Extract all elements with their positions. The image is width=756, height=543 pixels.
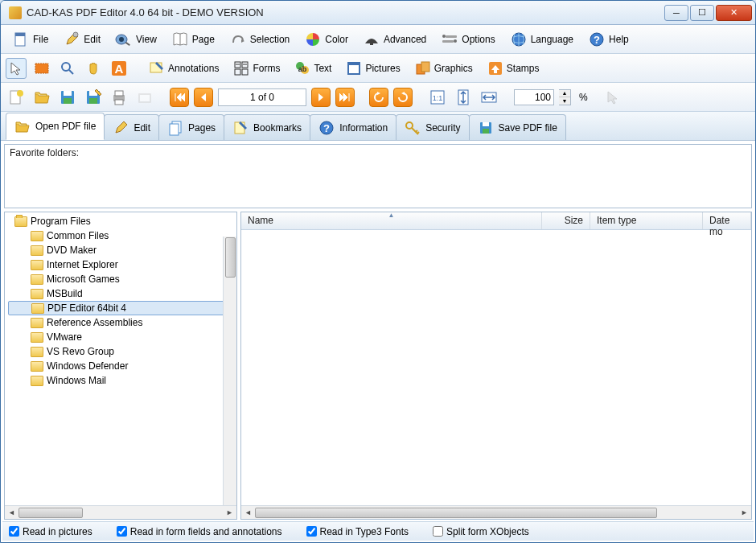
annotations-tool[interactable]: Annotations <box>144 59 224 78</box>
svg-point-2 <box>73 32 78 37</box>
menu-color[interactable]: Color <box>298 27 355 51</box>
next-page-button[interactable] <box>311 88 331 107</box>
tree-item-label: Windows Mail <box>47 375 106 386</box>
actual-size-button[interactable]: 1:1 <box>427 87 448 108</box>
tab-pages[interactable]: Pages <box>158 114 224 140</box>
pictures-tool[interactable]: Pictures <box>341 59 405 78</box>
menu-advanced[interactable]: Advanced <box>356 27 433 51</box>
stamps-tool[interactable]: Stamps <box>483 59 544 78</box>
tab-save-pdf[interactable]: Save PDF file <box>469 114 566 140</box>
folder-icon <box>31 347 43 357</box>
zoom-spinner[interactable]: ▲▼ <box>559 89 571 105</box>
tab-bookmarks[interactable]: Bookmarks <box>224 114 310 140</box>
tree-folder-child[interactable]: Microsoft Games <box>8 272 233 286</box>
col-type[interactable]: Item type <box>590 212 703 229</box>
pencil-icon <box>113 120 129 136</box>
tab-edit[interactable]: Edit <box>104 114 159 140</box>
fit-width-button[interactable] <box>479 87 499 108</box>
tree-folder-child[interactable]: VS Revo Group <box>8 344 233 359</box>
select-area-tool[interactable] <box>31 58 52 79</box>
file-list-body[interactable] <box>241 230 751 505</box>
tree-folder-root[interactable]: Program Files <box>8 214 233 228</box>
menu-edit[interactable]: Edit <box>56 27 107 51</box>
svg-rect-1 <box>15 33 25 36</box>
cursor-disabled <box>602 87 623 108</box>
open-folder-icon <box>14 118 31 134</box>
close-button[interactable]: ✕ <box>716 5 752 21</box>
check-read-forms-box[interactable] <box>117 526 127 537</box>
menu-file[interactable]: File <box>6 27 55 51</box>
col-date[interactable]: Date mo <box>703 212 751 229</box>
list-scrollbar-h[interactable]: ◄ ► <box>241 505 751 519</box>
menu-page[interactable]: Page <box>165 27 221 51</box>
svg-rect-41 <box>64 98 72 104</box>
check-read-pictures-box[interactable] <box>9 526 19 537</box>
tree-folder-child[interactable]: VMware <box>8 330 233 344</box>
check-read-type3-box[interactable] <box>306 526 317 537</box>
forms-tool[interactable]: Forms <box>228 59 285 78</box>
save-button[interactable] <box>57 87 78 108</box>
svg-rect-35 <box>421 62 429 72</box>
save-as-button[interactable] <box>83 87 104 108</box>
file-browser: Program FilesCommon FilesDVD MakerIntern… <box>4 212 752 520</box>
tree-folder-child[interactable]: Windows Mail <box>8 373 233 388</box>
pointer-tool[interactable] <box>6 58 27 79</box>
tree-folder-child[interactable]: PDF Editor 64bit 4 <box>8 301 233 315</box>
tree-item-label: DVD Maker <box>47 245 97 256</box>
zoom-tool[interactable] <box>57 58 78 79</box>
tree-folder-child[interactable]: Internet Explorer <box>8 257 233 272</box>
text-tool[interactable]: A <box>109 58 129 79</box>
menu-options[interactable]: Options <box>434 27 501 51</box>
zoom-input[interactable] <box>514 89 554 105</box>
svg-rect-64 <box>483 129 489 134</box>
tab-open-pdf[interactable]: Open PDF file <box>6 113 105 140</box>
tree-folder-child[interactable]: MSBuild <box>8 286 233 301</box>
rotate-left-button[interactable] <box>369 88 388 107</box>
check-split-xobjects[interactable]: Split form XObjects <box>433 526 529 537</box>
rotate-right-button[interactable] <box>393 88 413 107</box>
tree-folder-child[interactable]: Reference Assemblies <box>8 315 233 330</box>
last-page-button[interactable] <box>335 88 355 107</box>
tree-scrollbar-v[interactable] <box>223 237 236 505</box>
print-button[interactable] <box>109 87 129 108</box>
svg-rect-5 <box>125 42 130 46</box>
minimize-button[interactable]: ─ <box>664 5 688 21</box>
tab-security[interactable]: Security <box>396 114 469 140</box>
tree-folder-child[interactable]: Windows Defender <box>8 359 233 373</box>
hand-tool[interactable] <box>83 58 104 79</box>
new-file-button[interactable] <box>6 87 27 108</box>
file-list-panel: Name▲ Size Item type Date mo ◄ ► <box>240 212 752 520</box>
svg-rect-47 <box>115 100 123 105</box>
titlebar: CAD-KAS PDF Editor 4.0 64 bit - DEMO VER… <box>1 1 755 25</box>
fit-height-button[interactable] <box>453 87 474 108</box>
check-split-xobjects-box[interactable] <box>433 526 443 537</box>
svg-rect-11 <box>446 35 457 38</box>
page-input[interactable] <box>218 88 306 106</box>
col-name[interactable]: Name▲ <box>241 212 542 229</box>
menu-selection[interactable]: Selection <box>223 27 296 51</box>
menu-view[interactable]: View <box>109 27 163 51</box>
menu-help[interactable]: ? Help <box>581 27 635 51</box>
text-group-tool[interactable]: ab Text <box>290 59 336 78</box>
tree-item-label: Windows Defender <box>47 360 128 372</box>
check-read-forms[interactable]: Read in form fields and annotations <box>117 526 282 537</box>
svg-text:ab: ab <box>298 65 307 73</box>
check-read-type3[interactable]: Read in Type3 Fonts <box>306 526 409 537</box>
first-page-button[interactable] <box>170 88 189 107</box>
selection-icon <box>229 31 247 48</box>
tree-folder-child[interactable]: Common Files <box>8 228 233 243</box>
svg-rect-63 <box>483 122 489 126</box>
prev-page-button[interactable] <box>194 88 213 107</box>
graphics-tool[interactable]: Graphics <box>410 59 478 78</box>
scan-button[interactable] <box>134 87 155 108</box>
maximize-button[interactable]: ☐ <box>690 5 714 21</box>
folder-tree[interactable]: Program FilesCommon FilesDVD MakerIntern… <box>5 212 236 505</box>
col-size[interactable]: Size <box>542 212 590 229</box>
open-file-button[interactable] <box>31 87 52 108</box>
tab-information[interactable]: ? Information <box>310 114 396 140</box>
menu-language[interactable]: Language <box>503 27 580 51</box>
tree-folder-child[interactable]: DVD Maker <box>8 243 233 257</box>
tree-scrollbar-h[interactable]: ◄ ► <box>5 505 236 519</box>
text-group-icon: ab <box>294 60 310 76</box>
check-read-pictures[interactable]: Read in pictures <box>9 526 92 537</box>
